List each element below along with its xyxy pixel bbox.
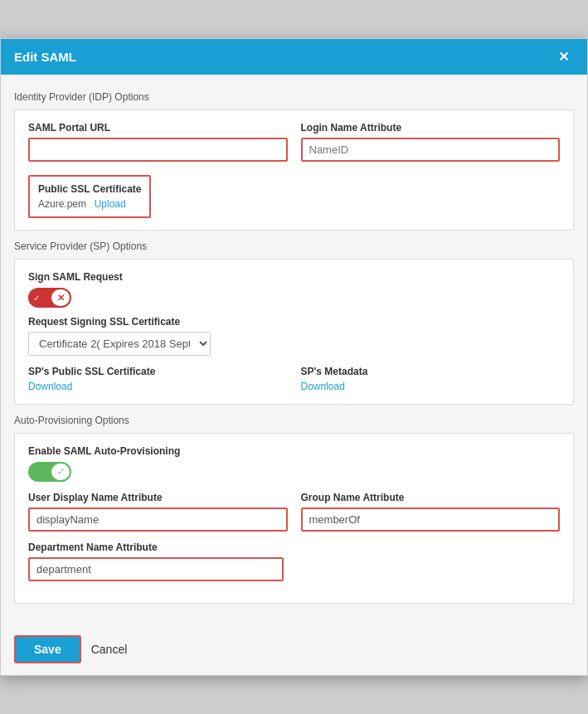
sp-public-ssl-col: SP's Public SSL Certificate Download	[28, 366, 288, 392]
auto-prov-section-label: Auto-Provisioning Options	[14, 415, 574, 426]
auto-prov-toggle-x-icon: ✕	[58, 468, 65, 477]
sp-public-ssl-label: SP's Public SSL Certificate	[28, 366, 288, 377]
login-name-attribute-input[interactable]	[301, 138, 561, 162]
sp-public-ssl-download-link[interactable]: Download	[28, 381, 72, 392]
auto-prov-toggle[interactable]: ✓ ✕	[28, 462, 71, 482]
group-name-attribute-label: Group Name Attribute	[301, 492, 561, 503]
user-display-name-input[interactable]	[28, 508, 288, 532]
sp-metadata-col: SP's Metadata Download	[301, 366, 561, 392]
close-button[interactable]: ✕	[553, 47, 574, 66]
toggle-knob: ✕	[51, 289, 70, 306]
attr-field-row-2: Department Name Attribute	[28, 542, 560, 581]
department-name-input[interactable]	[28, 557, 284, 581]
auto-prov-section-box: Enable SAML Auto-Provisioning ✓ ✕ User D…	[14, 433, 574, 604]
saml-portal-url-input[interactable]	[28, 138, 288, 162]
cancel-button[interactable]: Cancel	[91, 643, 128, 656]
request-signing-select[interactable]: Certificate 2( Expires 2018 September )	[28, 332, 211, 356]
edit-saml-modal: Edit SAML ✕ Identity Provider (IDP) Opti…	[0, 38, 588, 676]
auto-prov-toggle-container: ✓ ✕	[28, 462, 560, 482]
sp-links-row: SP's Public SSL Certificate Download SP'…	[28, 366, 560, 392]
public-ssl-cert-box: Public SSL Certificate Azure.pem Upload	[28, 175, 151, 218]
save-button[interactable]: Save	[14, 635, 81, 663]
toggle-check-icon: ✓	[33, 294, 40, 303]
enable-auto-prov-label: Enable SAML Auto-Provisioning	[28, 445, 560, 457]
group-name-attribute-input[interactable]	[301, 508, 561, 532]
department-name-field: Department Name Attribute	[28, 542, 284, 581]
sp-metadata-label: SP's Metadata	[301, 366, 561, 377]
modal-body: Identity Provider (IDP) Options SAML Por…	[1, 75, 587, 627]
user-display-name-field: User Display Name Attribute	[28, 492, 288, 532]
login-name-attribute-label: Login Name Attribute	[301, 122, 561, 134]
cert-file-name: Azure.pem	[38, 198, 86, 210]
upload-link[interactable]: Upload	[95, 198, 126, 210]
user-display-name-label: User Display Name Attribute	[28, 492, 288, 503]
idp-section-box: SAML Portal URL Login Name Attribute Pub…	[14, 109, 574, 231]
saml-portal-url-field: SAML Portal URL	[28, 122, 288, 162]
modal-footer: Save Cancel	[1, 627, 587, 675]
login-name-attribute-field: Login Name Attribute	[301, 122, 561, 162]
modal-header: Edit SAML ✕	[1, 39, 587, 75]
saml-portal-url-label: SAML Portal URL	[28, 122, 288, 134]
sp-section-box: Sign SAML Request ✓ ✕ Request Signing SS…	[14, 259, 574, 405]
idp-field-row-1: SAML Portal URL Login Name Attribute	[28, 122, 560, 162]
sign-saml-label: Sign SAML Request	[28, 271, 560, 283]
group-name-attribute-field: Group Name Attribute	[301, 492, 561, 532]
idp-section-label: Identity Provider (IDP) Options	[14, 91, 574, 103]
sp-section-label: Service Provider (SP) Options	[14, 240, 574, 252]
sp-metadata-download-link[interactable]: Download	[301, 381, 345, 392]
modal-title: Edit SAML	[14, 50, 76, 64]
sign-saml-toggle-container: ✓ ✕	[28, 288, 560, 308]
request-signing-label: Request Signing SSL Certificate	[28, 316, 560, 328]
sign-saml-toggle[interactable]: ✓ ✕	[28, 288, 71, 308]
department-name-label: Department Name Attribute	[28, 542, 284, 553]
attr-field-row-1: User Display Name Attribute Group Name A…	[28, 492, 560, 532]
public-ssl-cert-label: Public SSL Certificate	[38, 183, 141, 195]
toggle-x-icon: ✕	[57, 293, 65, 304]
